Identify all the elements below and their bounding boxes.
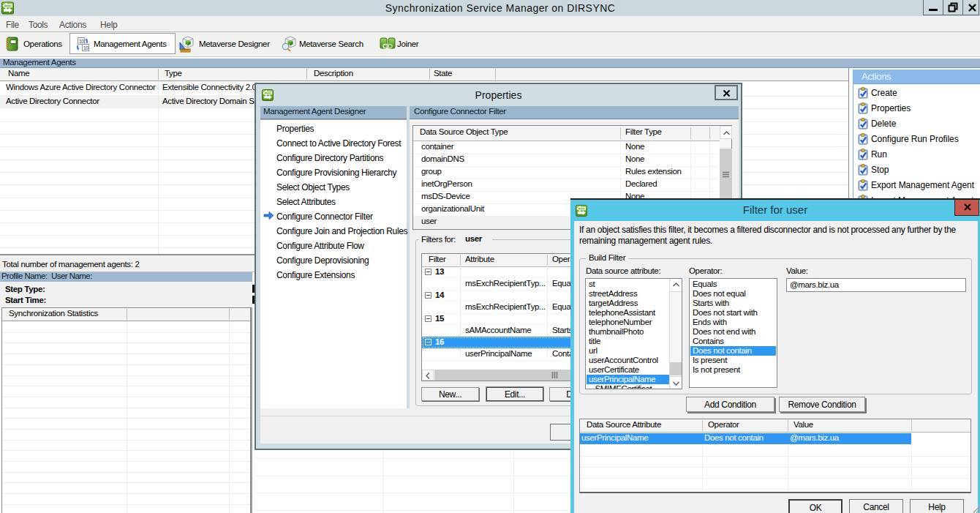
svg-text:10: 10: [83, 45, 88, 50]
svg-text:10: 10: [79, 39, 84, 44]
